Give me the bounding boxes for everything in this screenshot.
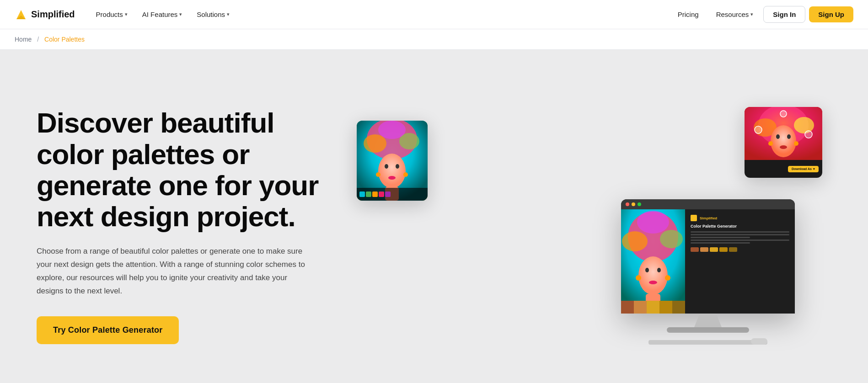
svg-point-39 [768, 141, 773, 146]
svg-point-35 [771, 125, 796, 157]
chevron-down-icon: ▾ [227, 11, 230, 17]
nav-solutions[interactable]: Solutions ▾ [190, 7, 236, 22]
panel-title: Color Palette Generator [691, 224, 789, 229]
cta-button[interactable]: Try Color Palette Generator [37, 316, 179, 344]
svg-point-41 [755, 126, 762, 133]
swatch [710, 247, 718, 252]
panel-line [691, 234, 789, 235]
monitor-screen: Simplified Color Palette Generator [621, 199, 795, 314]
monitor-artwork [621, 209, 685, 314]
keyboard [648, 340, 767, 345]
svg-point-22 [649, 281, 657, 284]
svg-rect-29 [659, 301, 672, 314]
swatch [719, 247, 728, 252]
monitor-illustration: Simplified Color Palette Generator [621, 199, 795, 345]
card-right-controls: Download As ▾ ☑ PNG ☐ SVG [745, 160, 822, 178]
nav-right: Pricing Resources ▾ Sign In Sign Up [670, 6, 853, 23]
chevron-down-icon: ▾ [813, 167, 815, 171]
breadcrumb-home[interactable]: Home [15, 36, 32, 43]
svg-point-42 [805, 131, 812, 138]
card-right-artwork [745, 107, 822, 162]
hero-description: Choose from a range of beautiful color p… [37, 245, 311, 298]
hero-illustration: Simplified Color Palette Generator [348, 98, 831, 354]
nav-left: Products ▾ AI Features ▾ Solutions ▾ [90, 7, 670, 22]
brand-name: Simplified [31, 9, 75, 20]
svg-point-8 [385, 164, 388, 169]
svg-point-19 [638, 256, 668, 295]
monitor-panel: Simplified Color Palette Generator [685, 209, 795, 314]
svg-point-23 [636, 275, 641, 281]
window-close-dot [626, 202, 629, 206]
nav-products[interactable]: Products ▾ [90, 7, 134, 22]
svg-point-43 [780, 111, 787, 117]
swatch [372, 192, 378, 197]
svg-point-16 [622, 231, 648, 251]
floating-card-right: Download As ▾ ☑ PNG ☐ SVG [745, 107, 822, 178]
svg-rect-27 [634, 301, 647, 314]
svg-point-36 [776, 134, 780, 139]
swatch [729, 247, 737, 252]
logo-icon [15, 8, 27, 21]
svg-rect-30 [672, 301, 685, 314]
swatch [385, 192, 391, 197]
chevron-down-icon: ▾ [750, 11, 753, 17]
download-button[interactable]: Download As ▾ [788, 166, 819, 172]
hero-title: Discover beautiful color palettes or gen… [37, 107, 348, 232]
logo[interactable]: Simplified [15, 8, 75, 21]
nav-pricing[interactable]: Pricing [670, 7, 706, 22]
hero-section: Discover beautiful color palettes or gen… [0, 50, 868, 383]
panel-logo: Simplified [691, 215, 789, 221]
svg-point-7 [378, 154, 406, 188]
svg-point-21 [657, 268, 661, 272]
nav-resources[interactable]: Resources ▾ [710, 7, 760, 22]
svg-point-9 [396, 164, 399, 169]
navbar: Simplified Products ▾ AI Features ▾ Solu… [0, 0, 868, 29]
swatch [691, 247, 699, 252]
swatch [366, 192, 371, 197]
monitor-titlebar [621, 199, 795, 209]
window-expand-dot [638, 202, 641, 206]
svg-point-18 [637, 211, 669, 234]
svg-point-40 [794, 141, 798, 146]
signup-button[interactable]: Sign Up [809, 6, 853, 22]
swatch [379, 192, 384, 197]
panel-brand-name: Simplified [700, 216, 717, 220]
svg-point-34 [794, 117, 814, 133]
breadcrumb-separator: / [37, 36, 39, 43]
panel-text-lines [691, 231, 789, 244]
breadcrumb-current: Color Palettes [44, 36, 85, 43]
monitor-stand [694, 314, 722, 327]
hero-content: Discover beautiful color palettes or gen… [37, 107, 348, 344]
monitor-base [667, 327, 749, 333]
mouse [751, 338, 767, 345]
panel-line [691, 231, 789, 233]
svg-point-12 [403, 172, 408, 177]
panel-line [691, 239, 789, 241]
chevron-down-icon: ▾ [179, 11, 182, 17]
svg-point-11 [376, 172, 380, 177]
svg-point-38 [780, 145, 787, 149]
monitor-image [621, 209, 685, 314]
monitor-content: Simplified Color Palette Generator [621, 209, 795, 314]
nav-ai-features[interactable]: AI Features ▾ [136, 7, 189, 22]
svg-point-6 [378, 121, 406, 139]
svg-point-17 [660, 230, 683, 248]
floating-card-left [357, 121, 428, 201]
swatch [359, 192, 365, 197]
swatch [700, 247, 708, 252]
svg-point-24 [665, 275, 670, 281]
chevron-down-icon: ▾ [125, 11, 128, 17]
svg-point-4 [364, 134, 386, 153]
panel-logo-icon [691, 215, 697, 221]
panel-line [691, 242, 750, 244]
panel-swatches [691, 247, 789, 252]
svg-rect-28 [647, 301, 659, 314]
svg-point-20 [645, 268, 649, 272]
breadcrumb: Home / Color Palettes [0, 29, 868, 50]
svg-point-10 [388, 176, 396, 180]
svg-rect-26 [621, 301, 634, 314]
svg-point-37 [787, 134, 791, 139]
signin-button[interactable]: Sign In [763, 6, 805, 23]
panel-line [691, 237, 750, 238]
card-right-image [745, 107, 822, 160]
